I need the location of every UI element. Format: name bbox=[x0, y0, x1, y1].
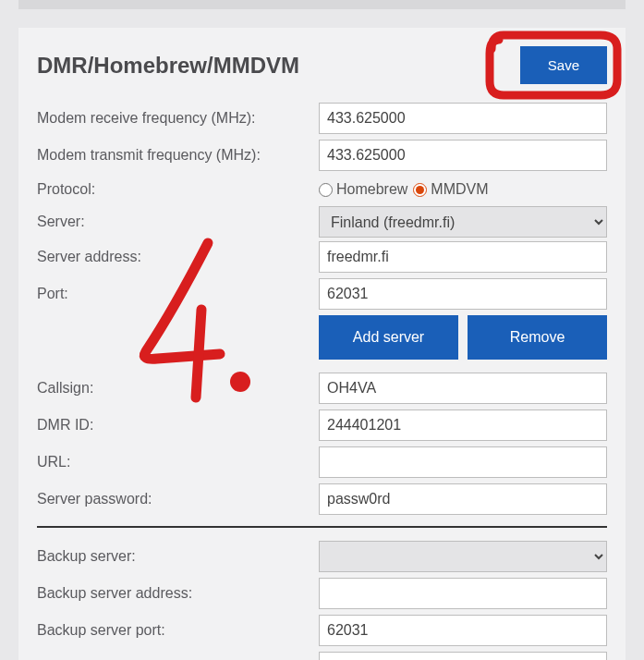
save-button[interactable]: Save bbox=[520, 46, 607, 84]
panel-title: DMR/Homebrew/MMDVM bbox=[37, 53, 299, 79]
callsign-input[interactable] bbox=[319, 373, 607, 404]
rx-freq-input[interactable] bbox=[319, 103, 607, 134]
server-label: Server: bbox=[37, 214, 319, 230]
protocol-homebrew-radio[interactable] bbox=[319, 183, 333, 197]
add-server-button[interactable]: Add server bbox=[319, 315, 458, 360]
server-select[interactable]: Finland (freedmr.fi) bbox=[319, 206, 607, 238]
backup-server-select[interactable] bbox=[319, 541, 607, 572]
backup-port-label: Backup server port: bbox=[37, 622, 319, 639]
url-label: URL: bbox=[37, 454, 319, 471]
dmr-id-input[interactable] bbox=[319, 409, 607, 441]
backup-addr-label: Backup server address: bbox=[37, 585, 319, 602]
rx-freq-label: Modem receive frequency (MHz): bbox=[37, 110, 319, 127]
port-label: Port: bbox=[37, 286, 319, 302]
backup-server-label: Backup server: bbox=[37, 548, 319, 565]
separator bbox=[37, 526, 607, 528]
protocol-mmdvm-label: MMDVM bbox=[431, 181, 488, 198]
protocol-label: Protocol: bbox=[37, 181, 319, 198]
password-input[interactable] bbox=[319, 483, 607, 515]
protocol-radio-group: Homebrew MMDVM bbox=[319, 177, 607, 202]
protocol-homebrew-label: Homebrew bbox=[336, 181, 407, 198]
backup-port-input[interactable] bbox=[319, 615, 607, 646]
callsign-label: Callsign: bbox=[37, 380, 319, 397]
tx-freq-label: Modem transmit frequency (MHz): bbox=[37, 147, 319, 164]
tx-freq-input[interactable] bbox=[319, 140, 607, 171]
backup-addr-input[interactable] bbox=[319, 578, 607, 609]
password-label: Server password: bbox=[37, 491, 319, 507]
backup-password-input[interactable] bbox=[319, 652, 607, 660]
dmr-panel: DMR/Homebrew/MMDVM Save Modem receive fr… bbox=[18, 28, 626, 660]
dmr-id-label: DMR ID: bbox=[37, 417, 319, 434]
protocol-mmdvm-radio[interactable] bbox=[413, 183, 427, 197]
server-addr-input[interactable] bbox=[319, 241, 607, 273]
server-addr-label: Server address: bbox=[37, 249, 319, 265]
panel-header: DMR/Homebrew/MMDVM Save bbox=[37, 46, 607, 84]
url-input[interactable] bbox=[319, 446, 607, 478]
top-strip bbox=[18, 0, 626, 9]
remove-button[interactable]: Remove bbox=[468, 315, 607, 360]
port-input[interactable] bbox=[319, 278, 607, 310]
